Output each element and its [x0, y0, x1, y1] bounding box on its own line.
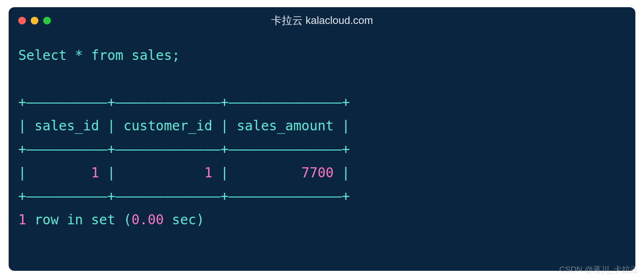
traffic-lights	[18, 17, 51, 24]
pad	[213, 165, 221, 181]
terminal-window: 卡拉云 kalacloud.com Select * from sales; +…	[9, 7, 635, 271]
terminal-content: Select * from sales; +——————————+———————…	[9, 34, 635, 232]
sql-star: *	[75, 47, 83, 63]
row-count: 1	[18, 212, 26, 228]
pad	[26, 165, 91, 181]
table-pipe: |	[220, 165, 228, 181]
table-cell-customer-id: 1	[204, 165, 213, 181]
window-title: 卡拉云 kalacloud.com	[271, 13, 373, 28]
table-pipe: |	[18, 165, 26, 181]
table-pipe: |	[107, 118, 115, 134]
sql-from: from	[91, 47, 123, 63]
table-pipe: |	[220, 118, 228, 134]
maximize-icon[interactable]	[43, 17, 51, 24]
table-border-top: +——————————+—————————————+——————————————…	[18, 94, 350, 110]
table-header-col2: customer_id	[115, 118, 220, 134]
rows-in-set: row in set	[26, 212, 123, 228]
table-cell-sales-id: 1	[91, 165, 99, 181]
sql-semicolon: ;	[172, 47, 180, 63]
sql-select: Select	[18, 47, 67, 63]
table-pipe: |	[107, 165, 115, 181]
table-pipe: |	[342, 165, 350, 181]
paren-open: (	[123, 212, 131, 228]
table-header-col1: sales_id	[26, 118, 107, 134]
pad	[228, 165, 301, 181]
sql-table: sales	[131, 47, 172, 63]
paren-close: )	[196, 212, 204, 228]
pad	[99, 165, 107, 181]
title-bar: 卡拉云 kalacloud.com	[9, 7, 635, 34]
query-time: 0.00	[131, 212, 164, 228]
watermark: CSDN @蒋川_卡拉云	[559, 264, 638, 275]
pad	[334, 165, 342, 181]
close-icon[interactable]	[18, 17, 26, 24]
minimize-icon[interactable]	[31, 17, 38, 24]
sec-label: sec	[164, 212, 196, 228]
table-border-bottom: +——————————+—————————————+——————————————…	[18, 188, 350, 204]
table-cell-sales-amount: 7700	[301, 165, 334, 181]
table-pipe: |	[18, 118, 26, 134]
table-header-col3: sales_amount	[228, 118, 342, 134]
table-pipe: |	[342, 118, 350, 134]
pad	[115, 165, 204, 181]
table-border-mid: +——————————+—————————————+——————————————…	[18, 141, 350, 157]
